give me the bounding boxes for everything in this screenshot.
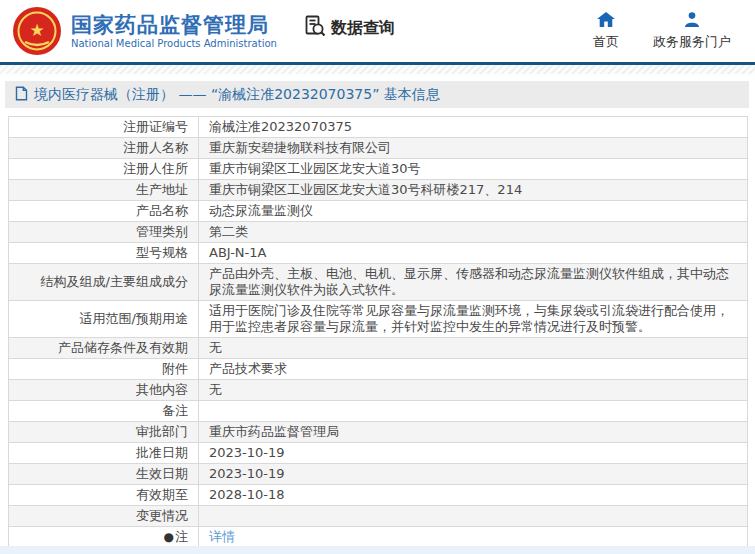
org-name-zh: 国家药品监督管理局 (71, 13, 277, 37)
table-row: 生效日期 2023-10-19 (9, 464, 748, 485)
table-row: 产品名称 动态尿流量监测仪 (9, 201, 748, 222)
document-icon (15, 86, 28, 104)
header: ★ 国家药品监督管理局 National Medical Products Ad… (0, 0, 755, 62)
table-row: 变更情况 (9, 506, 748, 527)
org-name-en: National Medical Products Administration (71, 38, 277, 49)
row-value: 动态尿流量监测仪 (199, 201, 748, 222)
table-row-note: ●注 详情 (9, 527, 748, 548)
row-label: 批准日期 (9, 443, 199, 464)
table-row: 结构及组成/主要组成成分 产品由外壳、主板、电池、电机、显示屏、传感器和动态尿流… (9, 264, 748, 301)
row-value: 第二类 (199, 222, 748, 243)
row-value: 重庆市药品监督管理局 (199, 422, 748, 443)
row-value: 无 (199, 380, 748, 401)
page-title: 境内医疗器械（注册） —— “渝械注准20232070375” 基本信息 (34, 86, 440, 104)
table-row: 产品储存条件及有效期 无 (9, 338, 748, 359)
row-value: 重庆新安碧捷物联科技有限公司 (199, 138, 748, 159)
row-value: 适用于医院门诊及住院等常见尿容量与尿流量监测环境，与集尿袋或引流袋进行配合使用，… (199, 301, 748, 338)
note-icon: ● (164, 530, 174, 544)
row-label: 注册人住所 (9, 159, 199, 180)
brand: 国家药品监督管理局 National Medical Products Admi… (71, 13, 277, 49)
page-title-bar: 境内医疗器械（注册） —— “渝械注准20232070375” 基本信息 (5, 81, 749, 108)
bottom-strip (0, 546, 755, 554)
row-label: 备注 (9, 401, 199, 422)
row-label: 产品名称 (9, 201, 199, 222)
row-label: 有效期至 (9, 485, 199, 506)
table-row: 批准日期 2023-10-19 (9, 443, 748, 464)
table-row: 注册证编号 渝械注准20232070375 (9, 117, 748, 138)
user-icon (684, 12, 700, 30)
table-row: 管理类别 第二类 (9, 222, 748, 243)
row-label: ●注 (9, 527, 199, 548)
note-label: 注 (175, 529, 188, 544)
svg-text:★: ★ (29, 20, 44, 40)
row-value (199, 506, 748, 527)
table-row: 审批部门 重庆市药品监督管理局 (9, 422, 748, 443)
row-label: 管理类别 (9, 222, 199, 243)
table-row: 其他内容 无 (9, 380, 748, 401)
row-label: 生产地址 (9, 180, 199, 201)
table-row: 适用范围/预期用途 适用于医院门诊及住院等常见尿容量与尿流量监测环境，与集尿袋或… (9, 301, 748, 338)
table-row: 有效期至 2028-10-18 (9, 485, 748, 506)
row-value: 产品技术要求 (199, 359, 748, 380)
row-label: 审批部门 (9, 422, 199, 443)
row-value: 详情 (199, 527, 748, 548)
row-value: 2023-10-19 (199, 464, 748, 485)
row-label: 变更情况 (9, 506, 199, 527)
row-label: 其他内容 (9, 380, 199, 401)
row-value (199, 401, 748, 422)
nav-home-label: 首页 (593, 33, 619, 51)
data-query-label: 数据查询 (331, 18, 395, 39)
table-row: 附件 产品技术要求 (9, 359, 748, 380)
nmpa-emblem-logo: ★ (12, 6, 62, 56)
row-label: 附件 (9, 359, 199, 380)
row-value: 2028-10-18 (199, 485, 748, 506)
row-label: 注册人名称 (9, 138, 199, 159)
hatch-strip (0, 65, 755, 74)
row-label: 注册证编号 (9, 117, 199, 138)
row-value: ABJ-N-1A (199, 243, 748, 264)
top-nav: 首页 政务服务门户 (593, 12, 741, 51)
row-label: 产品储存条件及有效期 (9, 338, 199, 359)
table-row: 备注 (9, 401, 748, 422)
row-value: 重庆市铜梁区工业园区龙安大道30号科研楼217、214 (199, 180, 748, 201)
data-query-icon (303, 14, 327, 42)
details-link[interactable]: 详情 (209, 529, 235, 544)
home-icon (597, 12, 615, 30)
row-value: 渝械注准20232070375 (199, 117, 748, 138)
info-table-wrap: 注册证编号 渝械注准20232070375 注册人名称 重庆新安碧捷物联科技有限… (8, 116, 748, 548)
row-label: 结构及组成/主要组成成分 (9, 264, 199, 301)
row-value: 重庆市铜梁区工业园区龙安大道30号 (199, 159, 748, 180)
table-row: 注册人住所 重庆市铜梁区工业园区龙安大道30号 (9, 159, 748, 180)
table-row: 型号规格 ABJ-N-1A (9, 243, 748, 264)
row-label: 适用范围/预期用途 (9, 301, 199, 338)
row-value: 无 (199, 338, 748, 359)
info-table: 注册证编号 渝械注准20232070375 注册人名称 重庆新安碧捷物联科技有限… (8, 116, 748, 548)
nav-portal-label: 政务服务门户 (653, 33, 731, 51)
table-row: 生产地址 重庆市铜梁区工业园区龙安大道30号科研楼217、214 (9, 180, 748, 201)
row-label: 生效日期 (9, 464, 199, 485)
nav-item-home[interactable]: 首页 (593, 12, 619, 51)
row-label: 型号规格 (9, 243, 199, 264)
data-query-button[interactable]: 数据查询 (303, 14, 395, 42)
table-row: 注册人名称 重庆新安碧捷物联科技有限公司 (9, 138, 748, 159)
row-value: 2023-10-19 (199, 443, 748, 464)
row-value: 产品由外壳、主板、电池、电机、显示屏、传感器和动态尿流量监测仪软件组成，其中动态… (199, 264, 748, 301)
nav-item-portal[interactable]: 政务服务门户 (653, 12, 731, 51)
